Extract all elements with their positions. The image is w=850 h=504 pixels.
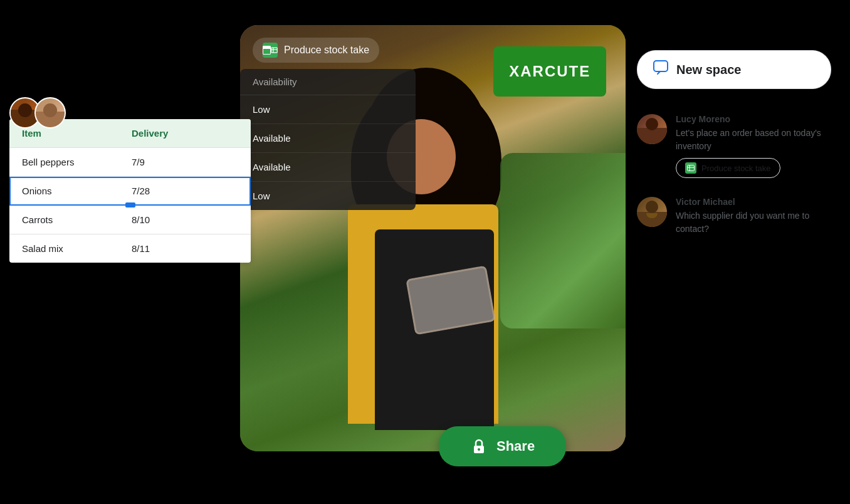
overlay-table: Availability Low Available Available Low — [240, 69, 416, 210]
item-cell: Onions — [9, 177, 119, 205]
avatar-victor — [637, 197, 667, 227]
produce-area — [500, 153, 626, 328]
avatar-group — [9, 97, 60, 129]
availability-header: Availability — [253, 76, 403, 87]
svg-rect-0 — [271, 48, 277, 53]
chat-message-lucy: Lucy Moreno Let's place an order based o… — [637, 114, 831, 178]
photo-title: Produce stock take — [284, 45, 369, 56]
table-row[interactable]: Bell peppers 7/9 — [9, 148, 251, 177]
overlay-table-header: Availability — [240, 69, 416, 95]
availability-row-3: Available — [240, 153, 416, 182]
new-space-label: New space — [676, 63, 741, 77]
attachment-label: Produce stock take — [701, 164, 771, 173]
availability-row-4: Low — [240, 182, 416, 210]
new-space-button[interactable]: New space — [637, 50, 831, 89]
photo-header: Produce stock take — [253, 38, 379, 63]
item-cell: Bell peppers — [9, 148, 119, 176]
lucy-name: Lucy Moreno — [676, 114, 831, 124]
availability-row-2: Available — [240, 124, 416, 153]
spreadsheet-table: Item Delivery Bell peppers 7/9 Onions 7/… — [9, 119, 251, 263]
svg-rect-6 — [688, 165, 695, 171]
lock-icon — [470, 438, 488, 455]
victor-text: Which supplier did you want me to contac… — [676, 209, 831, 236]
header-delivery: Delivery — [119, 119, 204, 147]
chat-attachment[interactable]: Produce stock take — [676, 158, 780, 178]
table-row-selected[interactable]: Onions 7/28 — [9, 177, 251, 206]
avatar-lucy — [637, 114, 667, 144]
share-button[interactable]: Share — [439, 426, 566, 466]
delivery-cell: 8/10 — [119, 206, 204, 234]
victor-message-content: Victor Michael Which supplier did you wa… — [676, 197, 831, 236]
delivery-cell: 8/11 — [119, 234, 204, 263]
delivery-cell: 7/9 — [119, 148, 204, 176]
svg-point-4 — [478, 448, 480, 451]
svg-rect-5 — [654, 61, 668, 71]
attachment-sheets-icon — [685, 162, 696, 174]
lucy-message-content: Lucy Moreno Let's place an order based o… — [676, 114, 831, 178]
availability-row-1: Low — [240, 95, 416, 124]
victor-name: Victor Michael — [676, 197, 831, 207]
photo-background: XARCUTE Produce stock take Availability … — [240, 25, 626, 451]
right-panel: New space Lucy Moreno Let's place an ord… — [637, 50, 831, 255]
chat-bubble-icon — [653, 60, 669, 80]
table-row[interactable]: Carrots 8/10 — [9, 206, 251, 234]
photo-card: XARCUTE Produce stock take Availability … — [240, 25, 626, 451]
chat-message-victor: Victor Michael Which supplier did you wa… — [637, 197, 831, 236]
item-cell: Salad mix — [9, 234, 119, 263]
avatar-man — [34, 97, 66, 129]
share-label: Share — [496, 438, 535, 454]
table-row[interactable]: Salad mix 8/11 — [9, 234, 251, 263]
resize-handle[interactable] — [125, 202, 135, 207]
lucy-text: Let's place an order based on today's in… — [676, 127, 831, 153]
delivery-cell: 7/28 — [119, 177, 204, 205]
sheets-icon — [263, 43, 278, 58]
item-cell: Carrots — [9, 206, 119, 234]
store-sign: XARCUTE — [493, 46, 606, 97]
